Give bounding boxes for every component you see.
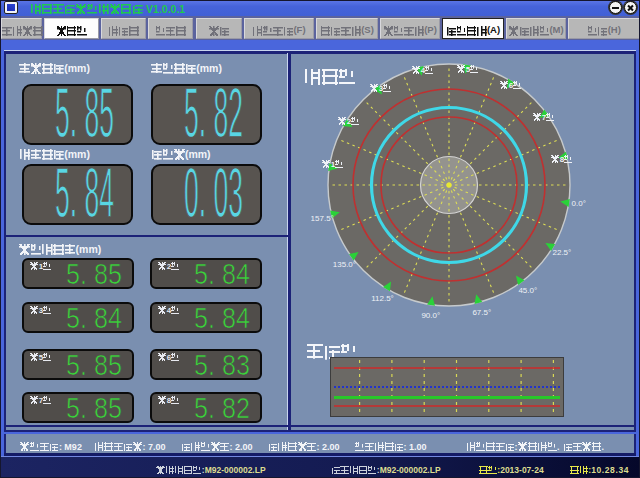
svg-text:5. 84: 5. 84	[55, 166, 114, 222]
svg-text:5. 84: 5. 84	[66, 304, 122, 331]
svg-text:45.0°: 45.0°	[518, 286, 537, 295]
svg-text:0. 03: 0. 03	[184, 166, 243, 222]
svg-text:5. 85: 5. 85	[66, 260, 122, 287]
svg-text:135.0°: 135.0°	[333, 260, 356, 269]
svg-text:90.0°: 90.0°	[421, 311, 440, 320]
svg-text:5. 84: 5. 84	[194, 260, 250, 287]
svg-text:5. 82: 5. 82	[194, 394, 250, 421]
svg-text:5. 84: 5. 84	[194, 304, 250, 331]
svg-text:22.5°: 22.5°	[553, 248, 572, 257]
svg-text:5. 85: 5. 85	[66, 351, 122, 378]
svg-text:5. 85: 5. 85	[66, 394, 122, 421]
svg-text:157.5°: 157.5°	[311, 214, 334, 223]
svg-text:0.0°: 0.0°	[572, 199, 586, 208]
svg-text:67.5°: 67.5°	[472, 308, 491, 317]
svg-text:5. 82: 5. 82	[184, 86, 243, 142]
svg-text:5. 85: 5. 85	[55, 86, 114, 142]
svg-text:112.5°: 112.5°	[371, 294, 394, 303]
svg-text:5. 83: 5. 83	[194, 351, 250, 378]
